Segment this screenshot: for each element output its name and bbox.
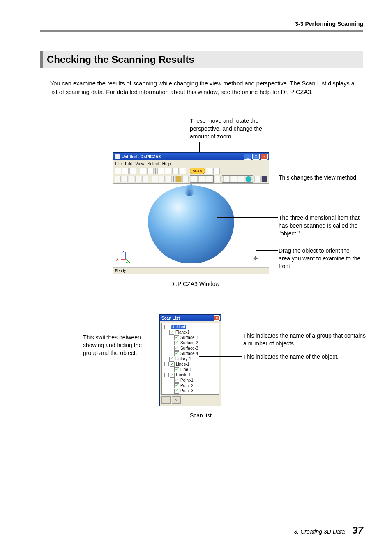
tool-icon[interactable] bbox=[175, 176, 182, 182]
callout-drag-object: Drag the object to orient the area you w… bbox=[279, 247, 361, 270]
tool-icon[interactable] bbox=[122, 176, 128, 182]
tool-icon[interactable] bbox=[142, 176, 148, 182]
show-hide-checkbox[interactable]: ✓ bbox=[174, 346, 179, 351]
tree-group-plane[interactable]: ✓ Plane-1 bbox=[163, 329, 218, 335]
tree-label: Points-1 bbox=[176, 373, 191, 377]
close-button[interactable]: × bbox=[261, 154, 268, 160]
menu-edit[interactable]: Edit bbox=[125, 161, 132, 166]
save-icon[interactable] bbox=[129, 168, 136, 174]
app-icon bbox=[115, 154, 120, 159]
tool-icon[interactable] bbox=[135, 176, 141, 182]
figure-picza-window: These move and rotate the perspective, a… bbox=[50, 117, 363, 290]
tree-group-lines[interactable]: − ✓ Lines-1 bbox=[163, 362, 218, 367]
menu-file[interactable]: File bbox=[115, 161, 122, 166]
tree-label: Surface-2 bbox=[180, 341, 198, 345]
show-hide-checkbox[interactable]: ✓ bbox=[174, 335, 179, 340]
tree-label: Rotary-1 bbox=[175, 357, 191, 361]
tree-root-label: Untitled bbox=[171, 325, 186, 329]
close-button[interactable]: × bbox=[214, 315, 220, 321]
view-icon[interactable] bbox=[231, 176, 237, 182]
separator-icon bbox=[138, 168, 138, 174]
menu-view[interactable]: View bbox=[135, 161, 144, 166]
tree-label: Point-3 bbox=[180, 389, 194, 393]
show-hide-checkbox[interactable]: ✓ bbox=[174, 341, 179, 345]
scanlist-tree: Untitled ✓ Plane-1 ✓ Surface-1 ✓ Surface… bbox=[161, 323, 219, 395]
show-hide-checkbox[interactable]: ✓ bbox=[174, 383, 179, 388]
tool-icon[interactable] bbox=[172, 168, 179, 174]
tool-icon[interactable] bbox=[115, 176, 121, 182]
status-text: Ready bbox=[115, 269, 126, 273]
titlebar-text: Untitled - Dr.PICZA3 bbox=[122, 154, 243, 159]
tree-group-rotary[interactable]: ✓ Rotary-1 bbox=[163, 356, 218, 362]
section-title: Checking the Scanning Results bbox=[40, 51, 363, 68]
tool-icon[interactable] bbox=[215, 176, 221, 182]
tool-icon[interactable] bbox=[165, 168, 171, 174]
tool-icon[interactable] bbox=[166, 176, 172, 182]
info-button[interactable]: i bbox=[161, 396, 171, 404]
tree-label: Surface-1 bbox=[180, 335, 198, 340]
redo-icon[interactable] bbox=[147, 168, 154, 174]
view-icon[interactable] bbox=[223, 176, 230, 182]
scanned-object[interactable] bbox=[148, 185, 234, 263]
tool-icon[interactable] bbox=[157, 168, 164, 174]
view-icon[interactable] bbox=[245, 176, 252, 182]
tree-item[interactable]: ✓ Point-3 bbox=[163, 388, 218, 394]
delete-button[interactable]: × bbox=[172, 396, 181, 404]
show-hide-checkbox[interactable]: ✓ bbox=[174, 389, 179, 394]
tree-item[interactable]: ✓ Surface-1 bbox=[163, 335, 218, 340]
show-hide-checkbox[interactable]: ✓ bbox=[170, 373, 175, 378]
tool-icon[interactable] bbox=[129, 176, 135, 182]
figure-caption: Dr.PICZA3 Window bbox=[170, 281, 220, 287]
viewport-3d[interactable]: Z X Y ✥ bbox=[113, 184, 269, 267]
menu-help[interactable]: Help bbox=[162, 161, 171, 166]
new-icon[interactable] bbox=[115, 168, 121, 174]
undo-icon[interactable] bbox=[140, 168, 146, 174]
statusbar: Ready bbox=[113, 267, 269, 274]
leader-line bbox=[199, 142, 200, 152]
tool-icon[interactable] bbox=[254, 176, 261, 182]
collapse-icon[interactable]: − bbox=[164, 362, 169, 366]
tree-root[interactable]: Untitled bbox=[163, 324, 218, 329]
titlebar[interactable]: Untitled - Dr.PICZA3 _ □ × bbox=[113, 153, 269, 160]
tool-icon[interactable] bbox=[159, 176, 165, 182]
move-icon[interactable] bbox=[191, 176, 198, 182]
tree-label: Surface-4 bbox=[180, 351, 198, 356]
scanlist-titlebar[interactable]: Scan List × bbox=[160, 315, 221, 321]
tree-item[interactable]: ✓ Surface-4 bbox=[163, 351, 218, 356]
tool-icon[interactable] bbox=[182, 176, 189, 182]
rotate-icon[interactable] bbox=[198, 176, 205, 182]
tree-item[interactable]: ✓ Line-1 bbox=[163, 367, 218, 372]
show-hide-checkbox[interactable]: ✓ bbox=[174, 351, 179, 356]
show-hide-checkbox[interactable]: ✓ bbox=[174, 367, 179, 372]
view-method-group bbox=[222, 175, 253, 183]
menubar: File Edit View Select Help bbox=[113, 160, 269, 167]
show-hide-checkbox[interactable]: ✓ bbox=[174, 378, 179, 383]
menu-select[interactable]: Select bbox=[148, 161, 159, 166]
tree-item[interactable]: ✓ Surface-2 bbox=[163, 340, 218, 345]
tool-icon[interactable] bbox=[213, 168, 220, 174]
tree-group-points[interactable]: − ✓ Points-1 bbox=[163, 372, 218, 378]
scan-list-window: Scan List × Untitled ✓ Plane-1 ✓ Surfac bbox=[159, 314, 221, 406]
tree-label: Point-1 bbox=[180, 378, 194, 382]
object-stem bbox=[190, 184, 192, 190]
view-icon[interactable] bbox=[238, 176, 244, 182]
axis-z-label: Z bbox=[122, 251, 124, 255]
running-header: 3-3 Performing Scanning bbox=[40, 21, 363, 27]
tree-item[interactable]: ✓ Point-2 bbox=[163, 383, 218, 388]
section-intro: You can examine the results of scanning … bbox=[50, 79, 363, 97]
show-hide-checkbox[interactable]: ✓ bbox=[169, 357, 174, 362]
scanlist-toolbar: i × bbox=[160, 396, 221, 406]
scan-button[interactable]: SCAN bbox=[190, 168, 205, 174]
tool-icon[interactable] bbox=[206, 168, 212, 174]
show-hide-checkbox[interactable]: ✓ bbox=[170, 362, 175, 367]
maximize-button[interactable]: □ bbox=[252, 154, 260, 160]
zoom-icon[interactable] bbox=[206, 176, 212, 182]
tool-icon[interactable] bbox=[180, 168, 186, 174]
tool-icon[interactable] bbox=[152, 176, 158, 182]
open-icon[interactable] bbox=[122, 168, 129, 174]
collapse-icon[interactable]: − bbox=[164, 373, 169, 377]
tree-item[interactable]: ✓ Surface-3 bbox=[163, 345, 218, 351]
show-hide-checkbox[interactable]: ✓ bbox=[169, 330, 174, 335]
tree-item[interactable]: ✓ Point-1 bbox=[163, 378, 218, 383]
minimize-button[interactable]: _ bbox=[244, 154, 251, 160]
